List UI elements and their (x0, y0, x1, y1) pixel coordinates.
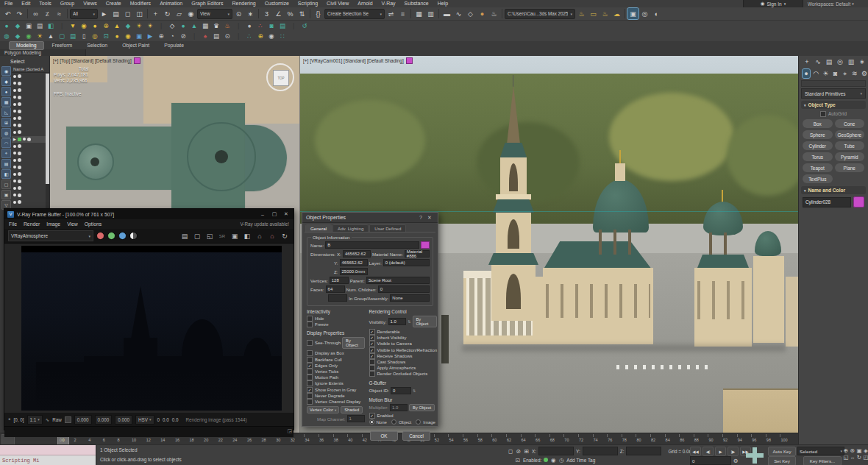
checkbox-box[interactable] (307, 357, 313, 363)
macro-recorder-pane[interactable] (0, 445, 96, 455)
t2-icon-9[interactable]: ⊕ (102, 21, 110, 30)
render-production-icon[interactable]: ♨ (600, 8, 611, 19)
viewport-label-text[interactable]: [+] [VRayCam001] [Standard] [Default Sha… (303, 58, 404, 63)
timeline-tick-56[interactable]: 56 (463, 433, 477, 445)
t2-icon-6[interactable]: ▼ (68, 21, 77, 30)
timeline-tick-68[interactable]: 68 (549, 433, 564, 445)
t2b-sep2[interactable]: | (234, 32, 243, 40)
menu-tools[interactable]: Tools (35, 0, 55, 7)
explorer-filter-icon-2[interactable]: ◆ (1, 77, 11, 86)
vray-update-notice[interactable]: V-Ray update available! (240, 221, 289, 227)
alpha-channel-toggle[interactable] (129, 232, 138, 240)
shapes-icon[interactable]: ◠ (812, 69, 819, 78)
t2b-icon-20[interactable]: ⊙ (223, 32, 232, 40)
select-and-rotate-icon[interactable]: ↻ (162, 8, 173, 19)
timeline-tick-78[interactable]: 78 (622, 433, 636, 445)
timeline-tick-54[interactable]: 54 (448, 433, 463, 445)
zoom-region-icon[interactable]: ◱ (843, 454, 849, 460)
edit-named-sets-icon[interactable]: {} (313, 8, 324, 19)
y-coordinate-field[interactable] (583, 447, 618, 455)
checkbox-box[interactable] (307, 375, 313, 380)
utilities-tab-icon[interactable]: ∗ (858, 57, 867, 66)
object-type-rollout[interactable]: ▾ Object Type (801, 101, 866, 109)
t2b-icon-8[interactable]: ▯ (79, 32, 88, 40)
t2b-icon-15[interactable]: ⊕ (157, 32, 166, 40)
cancel-button[interactable]: Cancel (402, 431, 430, 441)
primitive-button-cone[interactable]: Cone (835, 119, 865, 128)
timeline-tick-52[interactable]: 52 (434, 433, 449, 445)
t2-icon-23[interactable]: ▤ (278, 21, 287, 30)
checkbox-box[interactable] (307, 369, 313, 375)
t2b-icon-6[interactable]: ▢ (57, 32, 66, 40)
scene-explorer-row[interactable] (12, 115, 49, 122)
timeline-tick-64[interactable]: 64 (521, 433, 536, 445)
t2-icon-12[interactable]: ☀ (135, 21, 143, 30)
ribbon-tab-selection[interactable]: Selection (80, 42, 114, 49)
redo-icon[interactable]: ↷ (14, 8, 25, 19)
close-icon[interactable]: ✕ (282, 210, 291, 218)
ribbon-tab-object-paint[interactable]: Object Paint (115, 42, 156, 49)
primitive-button-sphere[interactable]: Sphere (803, 130, 833, 139)
timeline-tick-82[interactable]: 82 (650, 433, 665, 445)
scene-explorer-row[interactable] (12, 80, 49, 88)
checkbox-box[interactable]: ✓ (369, 353, 375, 359)
t2-icon-16[interactable]: ▲ (190, 21, 199, 30)
t2-icon-13[interactable]: ☀ (146, 21, 154, 30)
vfb-menu-render[interactable]: Render (24, 221, 40, 227)
explorer-filter-icon-10[interactable]: ▤ (1, 159, 11, 168)
vfb-menu-image[interactable]: Image (46, 221, 60, 227)
motion-tab-icon[interactable]: ◎ (836, 57, 844, 66)
t2b-icon-19[interactable]: ▤ (212, 32, 221, 40)
checkbox-visible-to-reflection-refraction[interactable]: ✓Visible to Reflection/Refraction (369, 347, 438, 353)
vray-frame-buffer-icon[interactable]: ▣ (627, 8, 638, 19)
maximize-icon[interactable]: ▢ (270, 210, 279, 218)
workspaces-dropdown[interactable]: Workspaces: Default ▾ (808, 0, 868, 7)
viewport-label-text[interactable]: [+] [Top] [Standard] [Default Shading] (53, 58, 132, 63)
transform-gizmo-icon[interactable] (746, 447, 764, 464)
window-crossing-icon[interactable]: ◫ (134, 8, 145, 19)
open-image-icon[interactable]: ▢ (192, 231, 202, 241)
t2-icon-21[interactable]: ∴ (256, 21, 265, 30)
primitive-button-pyramid[interactable]: Pyramid (835, 152, 865, 161)
checkbox-receive-shadows[interactable]: ✓Receive Shadows (369, 353, 438, 359)
timeline-tick-98[interactable]: 98 (766, 433, 780, 445)
blue-channel-toggle[interactable] (118, 232, 127, 240)
t2b-icon-1[interactable]: ◍ (2, 32, 11, 40)
vfb-title-bar[interactable]: V V-Ray Frame Buffer - [100.0% of 761 x … (4, 209, 294, 219)
material-editor-icon[interactable]: ● (477, 8, 488, 19)
ribbon-tab-populate[interactable]: Populate (157, 42, 191, 49)
primitive-button-cylinder[interactable]: Cylinder (803, 141, 833, 150)
current-frame-field[interactable]: 0 (690, 456, 731, 465)
listener-pane[interactable]: Scripting Mi (0, 455, 96, 465)
auto-key-button[interactable]: Auto Key (768, 447, 796, 456)
scene-explorer-row[interactable] (12, 87, 49, 94)
add-time-tag[interactable]: Add Time Tag (566, 458, 595, 463)
interactive-render-icon[interactable]: ⌂ (267, 231, 277, 241)
explorer-filter-icon-3[interactable]: ● (1, 87, 11, 96)
t2b-icon-18[interactable]: ♠ (201, 32, 210, 40)
save-image-icon[interactable]: ▤ (179, 231, 190, 241)
explorer-filter-icon-11[interactable]: ◧ (1, 169, 11, 179)
primitive-class-dropdown[interactable]: Standard Primitives ▾ (801, 88, 866, 99)
checkbox-box[interactable] (307, 322, 313, 327)
menu-v-ray[interactable]: V-Ray (377, 0, 400, 7)
hsv-dropdown[interactable]: HSV ▾ (135, 415, 154, 425)
name-field[interactable]: B (325, 241, 419, 249)
checkbox-apply-atmospherics[interactable]: Apply Atmospherics (369, 365, 438, 371)
timeline-tick-100[interactable]: 100 (780, 433, 794, 445)
orbit-icon[interactable]: ↻ (856, 454, 862, 460)
checkbox-box[interactable] (369, 365, 375, 371)
align-icon[interactable]: ≡ (397, 8, 408, 19)
go-to-start-icon[interactable]: ◀◀ (690, 447, 701, 456)
scene-explorer-row[interactable] (12, 185, 49, 192)
t2-icon-10[interactable]: ▲ (113, 21, 121, 30)
object-color-swatch[interactable] (421, 241, 430, 249)
radio-button[interactable] (369, 419, 374, 425)
unlink-selection-icon[interactable]: ≠ (42, 8, 53, 19)
scene-explorer-row[interactable] (12, 129, 49, 136)
next-frame-icon[interactable]: |▶ (728, 447, 739, 456)
t2-icon-1[interactable]: ● (2, 21, 11, 30)
named-selection-dropdown[interactable]: Create Selection Se▾ (324, 9, 385, 19)
t2b-icon-9[interactable]: ◎ (90, 32, 99, 40)
t2b-icon-12[interactable]: ◉ (124, 32, 132, 40)
